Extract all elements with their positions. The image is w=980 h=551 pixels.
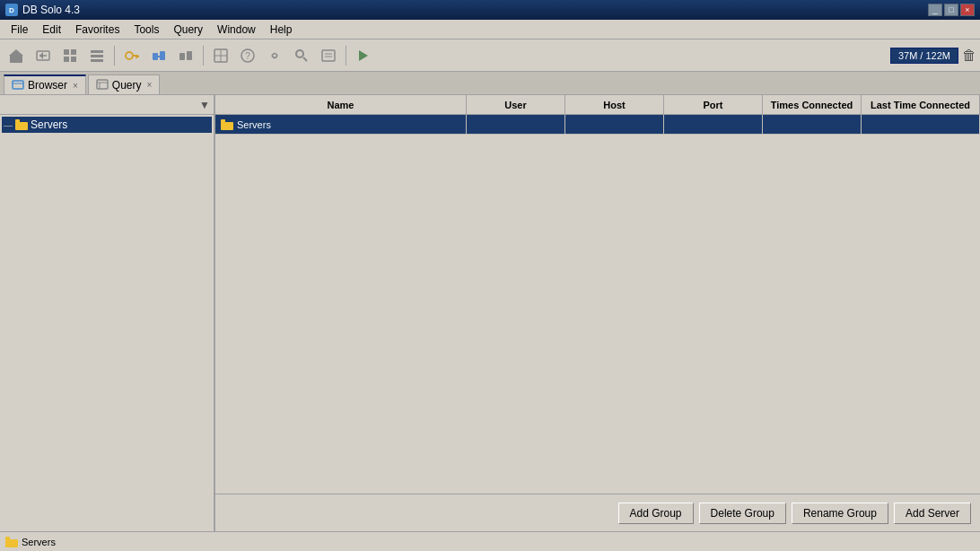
tree-panel: ▼ — Servers [0, 95, 215, 531]
svg-point-14 [126, 52, 133, 59]
tree-item-servers-label: Servers [31, 118, 67, 131]
toolbar-grid-button[interactable] [57, 44, 83, 67]
toolbar-run-button[interactable] [351, 44, 376, 67]
svg-text:D: D [9, 6, 14, 14]
table-cell-user [467, 115, 565, 134]
query-tab-icon [96, 79, 109, 92]
close-button[interactable]: × [960, 4, 975, 16]
app-title: DB Solo 4.3 [22, 4, 80, 16]
query-tab-close[interactable]: × [147, 80, 153, 90]
svg-rect-13 [91, 59, 103, 62]
tab-query[interactable]: Query × [88, 74, 161, 94]
svg-rect-11 [91, 50, 103, 53]
svg-marker-33 [359, 50, 368, 61]
svg-rect-39 [15, 122, 28, 130]
svg-rect-36 [97, 80, 108, 89]
svg-rect-19 [160, 51, 165, 60]
toolbar-link-button[interactable] [262, 44, 287, 67]
col-header-last: Last Time Connected [862, 95, 980, 114]
table-cell-name: Servers [215, 115, 467, 134]
menu-file[interactable]: File [4, 22, 35, 38]
svg-rect-8 [71, 49, 76, 55]
tree-item-servers[interactable]: — Servers [2, 117, 212, 133]
toolbar-separator-1 [114, 46, 115, 66]
main-content: ▼ — Servers Name User Host Port Times Co… [0, 95, 980, 531]
add-group-button[interactable]: Add Group [618, 503, 694, 524]
svg-rect-44 [5, 537, 10, 540]
toolbar-key-button[interactable] [119, 44, 144, 67]
toolbar-back-button[interactable] [31, 44, 56, 67]
svg-line-29 [303, 57, 307, 61]
tree-body: — Servers [0, 115, 214, 531]
table-cell-port [664, 115, 763, 134]
tree-toolbar: ▼ [0, 95, 214, 115]
table-cell-host [565, 115, 664, 134]
menu-edit[interactable]: Edit [35, 22, 68, 38]
toolbar-right: 37M / 122M 🗑 [890, 48, 976, 64]
col-header-user: User [467, 95, 565, 114]
trash-icon[interactable]: 🗑 [962, 48, 976, 64]
maximize-button[interactable]: □ [944, 4, 958, 16]
svg-rect-7 [64, 49, 69, 55]
svg-rect-30 [322, 50, 335, 61]
svg-text:?: ? [245, 51, 250, 61]
memory-indicator: 37M / 122M [890, 48, 958, 64]
browser-tab-close[interactable]: × [73, 81, 78, 91]
folder-icon [15, 119, 28, 130]
toolbar-home-button[interactable] [4, 44, 29, 67]
query-tab-label: Query [112, 79, 142, 92]
table-body: Servers [215, 115, 980, 494]
toolbar-connect-button[interactable] [146, 44, 171, 67]
browser-tab-icon [12, 79, 24, 92]
app-icon: D [5, 4, 18, 16]
delete-group-button[interactable]: Delete Group [699, 503, 786, 524]
menu-favorites[interactable]: Favorites [68, 22, 127, 38]
svg-marker-3 [9, 49, 23, 56]
bottom-bar: Add Group Delete Group Rename Group Add … [215, 494, 980, 531]
table-cell-times [763, 115, 862, 134]
table-header: Name User Host Port Times Connected Last… [215, 95, 980, 115]
svg-rect-34 [13, 81, 23, 89]
toolbar-disconnect-button[interactable] [173, 44, 198, 67]
toolbar-search-button[interactable] [289, 44, 314, 67]
col-header-name: Name [215, 95, 467, 114]
svg-rect-41 [221, 122, 233, 130]
svg-rect-18 [153, 53, 158, 60]
title-bar: D DB Solo 4.3 _ □ × [0, 0, 980, 20]
toolbar-list-button[interactable] [84, 44, 109, 67]
toolbar-new-grid-button[interactable] [208, 44, 233, 67]
toolbar-separator-2 [203, 46, 204, 66]
col-header-times: Times Connected [763, 95, 862, 114]
tree-dropdown-icon[interactable]: ▼ [199, 99, 210, 111]
window-controls[interactable]: _ □ × [928, 4, 975, 16]
status-bar: Servers [0, 531, 980, 551]
svg-rect-40 [15, 119, 20, 123]
col-header-host: Host [565, 95, 664, 114]
svg-rect-10 [71, 57, 76, 62]
menu-window[interactable]: Window [210, 22, 263, 38]
toolbar-properties-button[interactable] [316, 44, 341, 67]
status-folder-icon [5, 537, 18, 547]
table-cell-last [862, 115, 980, 134]
add-server-button[interactable]: Add Server [894, 503, 971, 524]
rename-group-button[interactable]: Rename Group [792, 503, 888, 524]
table-panel: Name User Host Port Times Connected Last… [215, 95, 980, 531]
table-row[interactable]: Servers [215, 115, 980, 135]
minimize-button[interactable]: _ [928, 4, 942, 16]
svg-rect-21 [179, 53, 185, 60]
svg-rect-43 [5, 539, 18, 547]
toolbar-help-button[interactable]: ? [235, 44, 260, 67]
browser-tab-label: Browser [28, 79, 67, 92]
menu-help[interactable]: Help [263, 22, 300, 38]
svg-rect-12 [91, 55, 103, 57]
toolbar-separator-3 [346, 46, 346, 66]
svg-rect-22 [187, 51, 192, 60]
title-bar-left: D DB Solo 4.3 [5, 4, 80, 16]
svg-rect-9 [64, 57, 69, 62]
tabs-bar: Browser × Query × [0, 72, 980, 95]
toolbar: ? 37M / 122M 🗑 [0, 39, 980, 72]
tab-browser[interactable]: Browser × [4, 74, 86, 94]
menu-query[interactable]: Query [166, 22, 210, 38]
menu-tools[interactable]: Tools [127, 22, 166, 38]
svg-rect-2 [10, 55, 22, 63]
